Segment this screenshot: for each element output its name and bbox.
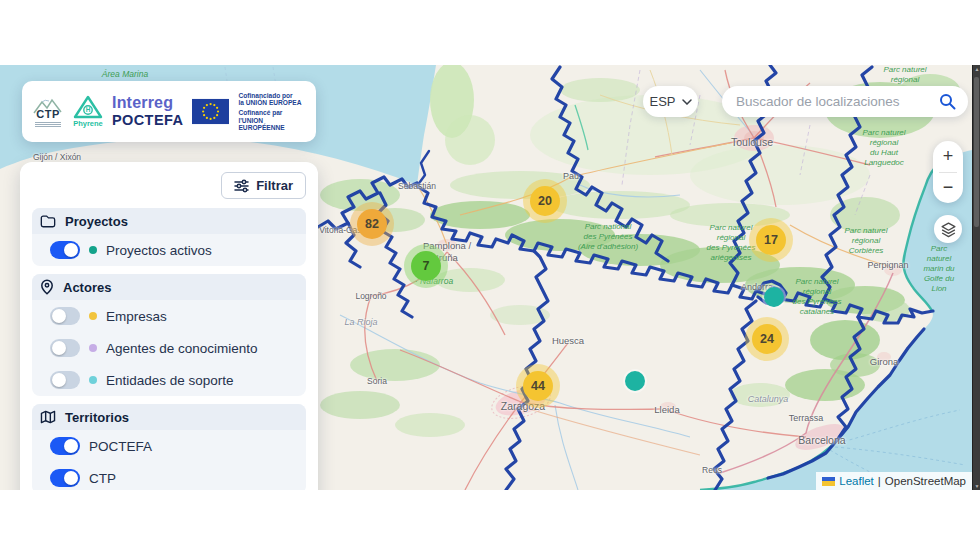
sliders-icon bbox=[234, 179, 249, 193]
row-label: Empresas bbox=[106, 309, 167, 324]
section-label: Territorios bbox=[65, 410, 129, 425]
cluster-marker[interactable]: 7 bbox=[411, 251, 441, 281]
eu-flag bbox=[192, 98, 229, 125]
toggle-agentes[interactable] bbox=[50, 339, 80, 357]
cluster-marker[interactable]: 17 bbox=[756, 225, 786, 255]
legend-dot bbox=[89, 344, 97, 352]
language-value: ESP bbox=[649, 94, 675, 109]
point-marker[interactable] bbox=[625, 371, 645, 391]
poctefa-text: POCTEFA bbox=[112, 113, 183, 128]
row-label: Proyectos activos bbox=[106, 243, 212, 258]
row-label: CTP bbox=[89, 471, 116, 486]
section-header-actores: Actores bbox=[32, 274, 306, 300]
filter-row-agentes: Agentes de conocimiento bbox=[32, 332, 306, 364]
interreg-text: Interreg bbox=[112, 95, 183, 111]
legend-dot bbox=[89, 246, 97, 254]
cofinance-fr-line1: Cofinancé par bbox=[238, 109, 306, 116]
toggle-proyectos-activos[interactable] bbox=[50, 241, 80, 259]
scrollbar-up-arrow[interactable]: ▲ bbox=[973, 65, 980, 73]
panel-toolbar: Filtrar bbox=[32, 172, 306, 199]
chevron-down-icon bbox=[682, 99, 692, 105]
section-label: Actores bbox=[63, 280, 111, 295]
filter-row-poctefa: POCTEFA bbox=[32, 430, 306, 462]
phyrene-triangle-icon: H bbox=[73, 95, 103, 119]
cofinance-es-line2: la UNIÓN EUROPEA bbox=[238, 99, 306, 106]
eu-cofinance-text: Cofinanciado por la UNIÓN EUROPEA Cofina… bbox=[238, 92, 306, 132]
section-header-proyectos: Proyectos bbox=[32, 208, 306, 234]
filter-row-empresas: Empresas bbox=[32, 300, 306, 332]
app-window: Área MarinaGijón / XixónSebastiánPauToul… bbox=[0, 0, 980, 560]
filter-row-entidades: Entidades de soporte bbox=[32, 364, 306, 396]
ctp-logo-text: CTP bbox=[36, 109, 60, 120]
phyrene-logo-text: Phyrene bbox=[73, 120, 103, 128]
language-selector[interactable]: ESP bbox=[643, 86, 698, 117]
svg-text:H: H bbox=[86, 107, 91, 114]
search-icon[interactable] bbox=[939, 93, 956, 110]
cofinance-es-line1: Cofinanciado por bbox=[238, 92, 306, 99]
section-proyectos: Proyectos Proyectos activos bbox=[32, 208, 306, 266]
interreg-poctefa-logo: Interreg POCTEFA bbox=[112, 95, 183, 128]
section-actores: Actores Empresas Agentes de conocimiento… bbox=[32, 274, 306, 396]
filter-row-proyectos-activos: Proyectos activos bbox=[32, 234, 306, 266]
legend-dot bbox=[89, 376, 97, 384]
legend-dot bbox=[89, 312, 97, 320]
scrollbar-down-arrow[interactable]: ▼ bbox=[973, 482, 980, 490]
layers-icon bbox=[940, 221, 957, 238]
zoom-out-button[interactable]: − bbox=[933, 173, 963, 204]
toggle-poctefa[interactable] bbox=[50, 437, 80, 455]
row-label: Entidades de soporte bbox=[106, 373, 234, 388]
cofinance-fr-line2: l'UNION EUROPÉENNE bbox=[238, 117, 306, 132]
map-icon bbox=[40, 410, 56, 424]
logo-card: CTP H Phyrene Interreg POCTEFA bbox=[22, 81, 316, 142]
toggle-empresas[interactable] bbox=[50, 307, 80, 325]
filter-row-ctp: CTP bbox=[32, 462, 306, 490]
folder-icon bbox=[40, 214, 56, 228]
filter-panel: Filtrar Proyectos Proyectos activos bbox=[20, 162, 318, 490]
zoom-control: + − bbox=[933, 141, 963, 203]
cluster-marker[interactable]: 44 bbox=[523, 371, 553, 401]
ukraine-flag-icon bbox=[822, 477, 835, 486]
pin-icon bbox=[40, 279, 54, 295]
location-search bbox=[722, 86, 968, 117]
filter-button-label: Filtrar bbox=[256, 178, 293, 193]
section-label: Proyectos bbox=[65, 214, 128, 229]
search-input[interactable] bbox=[734, 93, 939, 110]
attribution-separator: | bbox=[878, 475, 881, 487]
layers-button[interactable] bbox=[934, 215, 962, 243]
leaflet-link[interactable]: Leaflet bbox=[839, 475, 874, 487]
phyrene-logo: H Phyrene bbox=[73, 95, 103, 128]
section-territorios: Territorios POCTEFA CTP bbox=[32, 404, 306, 490]
map-canvas[interactable]: Área MarinaGijón / XixónSebastiánPauToul… bbox=[0, 65, 972, 490]
ctp-logo-lines bbox=[35, 121, 61, 127]
cluster-marker[interactable]: 82 bbox=[357, 209, 387, 239]
row-label: POCTEFA bbox=[89, 439, 152, 454]
openstreetmap-link[interactable]: OpenStreetMap bbox=[885, 475, 966, 487]
cluster-marker[interactable]: 20 bbox=[530, 186, 560, 216]
cluster-marker[interactable]: 24 bbox=[752, 324, 782, 354]
section-header-territorios: Territorios bbox=[32, 404, 306, 430]
page-scrollbar[interactable]: ▲ ▼ bbox=[972, 65, 980, 490]
point-marker[interactable] bbox=[764, 287, 784, 307]
toggle-ctp[interactable] bbox=[50, 469, 80, 487]
ctp-logo: CTP bbox=[32, 97, 64, 127]
row-label: Agentes de conocimiento bbox=[106, 341, 258, 356]
scrollbar-thumb[interactable] bbox=[974, 77, 979, 227]
toggle-entidades[interactable] bbox=[50, 371, 80, 389]
map-attribution: Leaflet | OpenStreetMap bbox=[816, 472, 972, 490]
filter-button[interactable]: Filtrar bbox=[221, 172, 306, 199]
zoom-in-button[interactable]: + bbox=[933, 141, 963, 172]
